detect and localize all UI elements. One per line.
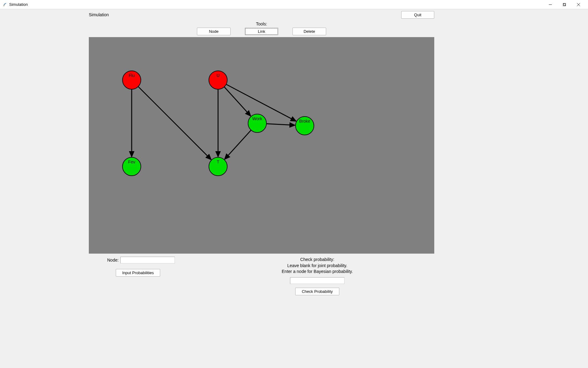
quit-button[interactable]: Quit — [401, 11, 434, 19]
tool-buttons: Node Link Delete — [89, 28, 434, 35]
svg-rect-1 — [563, 4, 565, 6]
svg-rect-2 — [564, 3, 566, 6]
simulation-label: Simulation — [89, 12, 109, 17]
node-label-fev: Fev — [128, 159, 135, 164]
check-probability-button[interactable]: Check Probability — [295, 288, 339, 295]
tools-label: Tools: — [89, 21, 434, 26]
node-field-label: Node: — [107, 258, 119, 263]
node-label-broke: Broke — [299, 119, 311, 124]
tool-delete-button[interactable]: Delete — [292, 28, 326, 35]
node-u[interactable]: U — [209, 71, 227, 89]
window-title: Simulation — [9, 2, 28, 7]
input-probabilities-button[interactable]: Input Probabilities — [116, 269, 160, 277]
check-prob-line3: Enter a node for Bayesian probability. — [262, 269, 372, 275]
tool-node-button[interactable]: Node — [197, 28, 231, 35]
graph-svg: FluUFevTWorkBroke — [89, 37, 434, 254]
node-broke[interactable]: Broke — [296, 117, 314, 135]
node-flu[interactable]: Flu — [123, 71, 141, 89]
tool-link-button[interactable]: Link — [245, 28, 278, 35]
minimize-button[interactable] — [543, 0, 557, 9]
node-input-row: Node: — [107, 257, 199, 263]
node-t[interactable]: T — [209, 157, 227, 176]
edge-u-work — [224, 87, 251, 116]
tools-row: Tools: Node Link Delete — [89, 21, 434, 35]
node-work[interactable]: Work — [248, 114, 266, 132]
app-body: Simulation Quit Tools: Node Link Delete … — [0, 9, 588, 368]
edge-work-broke — [266, 124, 295, 125]
edge-flu-t — [138, 86, 211, 159]
maximize-icon — [563, 3, 566, 6]
bottom-controls: Node: Input Probabilities Check probabil… — [89, 257, 434, 295]
node-label-flu: Flu — [129, 73, 134, 78]
close-icon — [577, 3, 580, 6]
check-prob-line2: Leave blank for joint probability. — [262, 263, 372, 269]
node-label-t: T — [217, 159, 220, 164]
titlebar: Simulation — [0, 0, 588, 9]
node-fev[interactable]: Fev — [123, 157, 141, 176]
node-input[interactable] — [120, 257, 175, 263]
app-feather-icon — [2, 2, 7, 7]
check-prob-input[interactable] — [290, 277, 345, 284]
content-area: Simulation Quit Tools: Node Link Delete … — [89, 12, 434, 295]
close-button[interactable] — [571, 0, 586, 9]
minimize-icon — [549, 3, 552, 6]
node-label-work: Work — [252, 116, 262, 121]
header-row: Simulation Quit — [89, 12, 434, 20]
node-label-u: U — [217, 73, 220, 78]
edge-work-t — [225, 130, 251, 159]
check-prob-line1: Check probability: — [262, 257, 372, 263]
maximize-button[interactable] — [557, 0, 571, 9]
canvas-area[interactable]: FluUFevTWorkBroke — [89, 37, 434, 254]
right-controls: Check probability: Leave blank for joint… — [262, 257, 372, 295]
left-controls: Node: Input Probabilities — [107, 257, 199, 277]
